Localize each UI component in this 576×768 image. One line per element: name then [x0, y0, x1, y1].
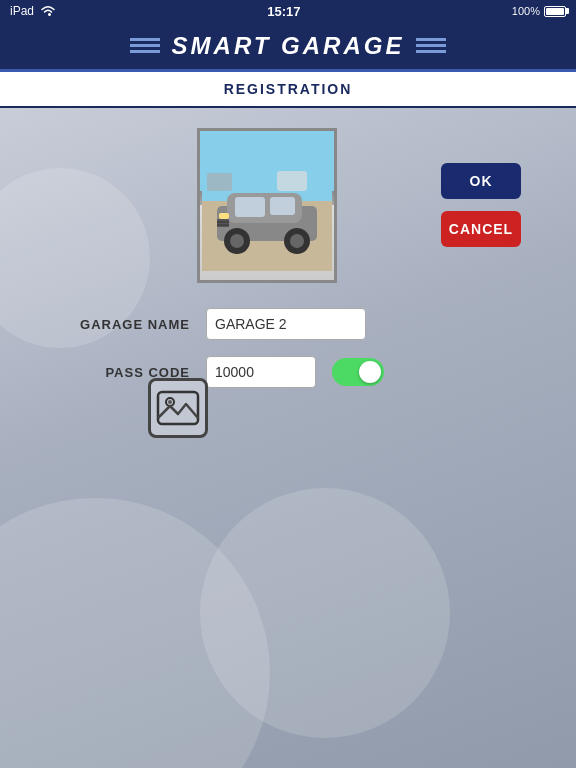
status-time: 15:17	[267, 4, 300, 19]
battery-icon	[544, 6, 566, 17]
garage-name-input[interactable]	[206, 308, 366, 340]
cancel-button[interactable]: CANCEL	[441, 211, 521, 247]
car-image	[200, 131, 334, 280]
svg-rect-7	[270, 197, 295, 215]
svg-rect-16	[158, 392, 198, 424]
svg-rect-13	[217, 219, 229, 227]
svg-rect-12	[219, 213, 229, 219]
main-content: OK CANCEL GARAGE NAME PASS CODE	[0, 108, 576, 768]
image-picker-icon	[156, 386, 200, 430]
svg-point-11	[290, 234, 304, 248]
garage-name-label: GARAGE NAME	[80, 317, 190, 332]
header-decoration-left	[130, 38, 160, 53]
page-title: REGISTRATION	[224, 81, 353, 97]
battery-label: 100%	[512, 5, 540, 17]
car-svg	[202, 141, 332, 271]
form-area: GARAGE NAME PASS CODE	[80, 308, 384, 388]
status-bar: iPad 15:17 100%	[0, 0, 576, 22]
deco-circle-2	[200, 488, 450, 738]
image-picker-button[interactable]	[148, 378, 208, 438]
device-label: iPad	[10, 4, 34, 18]
status-left: iPad	[10, 4, 56, 18]
toggle-switch[interactable]	[332, 358, 384, 386]
svg-rect-2	[277, 171, 307, 191]
page-title-bar: REGISTRATION	[0, 72, 576, 108]
svg-rect-3	[207, 173, 232, 191]
pass-code-input[interactable]	[206, 356, 316, 388]
toggle-knob	[359, 361, 381, 383]
ok-button[interactable]: OK	[441, 163, 521, 199]
svg-rect-0	[202, 141, 332, 201]
svg-point-18	[168, 400, 172, 404]
car-image-container	[197, 128, 337, 283]
wifi-icon	[40, 5, 56, 17]
header-decoration-right	[416, 38, 446, 53]
pass-code-row: PASS CODE	[80, 356, 384, 388]
status-right: 100%	[512, 5, 566, 17]
app-title: SMART GARAGE	[172, 32, 405, 60]
app-header: SMART GARAGE	[0, 22, 576, 72]
svg-rect-6	[235, 197, 265, 217]
garage-name-row: GARAGE NAME	[80, 308, 384, 340]
action-buttons: OK CANCEL	[441, 163, 521, 247]
svg-point-9	[230, 234, 244, 248]
